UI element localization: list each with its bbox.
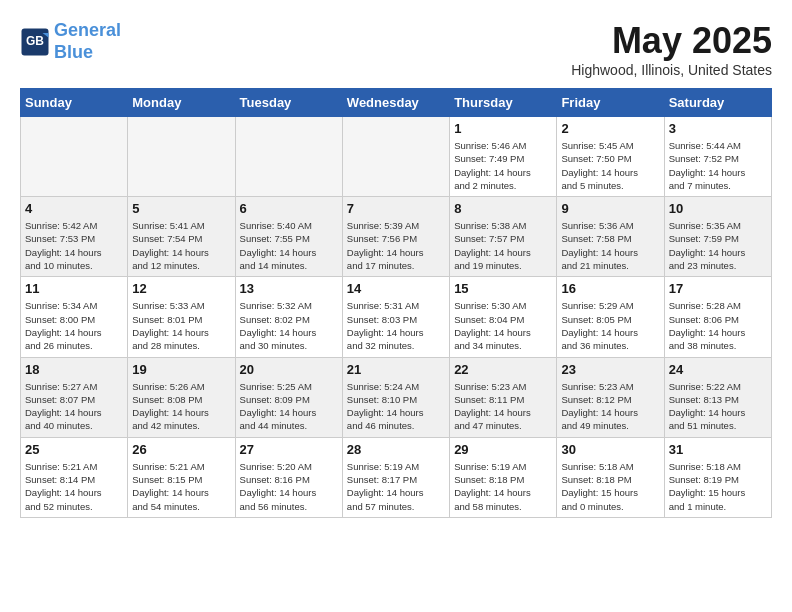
table-cell: 25Sunrise: 5:21 AM Sunset: 8:14 PM Dayli… xyxy=(21,437,128,517)
day-number: 5 xyxy=(132,201,230,216)
day-info: Sunrise: 5:41 AM Sunset: 7:54 PM Dayligh… xyxy=(132,219,230,272)
col-wednesday: Wednesday xyxy=(342,89,449,117)
table-cell: 26Sunrise: 5:21 AM Sunset: 8:15 PM Dayli… xyxy=(128,437,235,517)
day-info: Sunrise: 5:31 AM Sunset: 8:03 PM Dayligh… xyxy=(347,299,445,352)
day-info: Sunrise: 5:25 AM Sunset: 8:09 PM Dayligh… xyxy=(240,380,338,433)
day-info: Sunrise: 5:30 AM Sunset: 8:04 PM Dayligh… xyxy=(454,299,552,352)
table-cell: 6Sunrise: 5:40 AM Sunset: 7:55 PM Daylig… xyxy=(235,197,342,277)
day-info: Sunrise: 5:24 AM Sunset: 8:10 PM Dayligh… xyxy=(347,380,445,433)
table-cell xyxy=(21,117,128,197)
day-info: Sunrise: 5:36 AM Sunset: 7:58 PM Dayligh… xyxy=(561,219,659,272)
day-number: 25 xyxy=(25,442,123,457)
calendar-row: 4Sunrise: 5:42 AM Sunset: 7:53 PM Daylig… xyxy=(21,197,772,277)
day-info: Sunrise: 5:44 AM Sunset: 7:52 PM Dayligh… xyxy=(669,139,767,192)
day-info: Sunrise: 5:33 AM Sunset: 8:01 PM Dayligh… xyxy=(132,299,230,352)
day-number: 16 xyxy=(561,281,659,296)
day-number: 24 xyxy=(669,362,767,377)
day-info: Sunrise: 5:19 AM Sunset: 8:18 PM Dayligh… xyxy=(454,460,552,513)
day-info: Sunrise: 5:23 AM Sunset: 8:12 PM Dayligh… xyxy=(561,380,659,433)
day-number: 13 xyxy=(240,281,338,296)
day-number: 2 xyxy=(561,121,659,136)
table-cell: 10Sunrise: 5:35 AM Sunset: 7:59 PM Dayli… xyxy=(664,197,771,277)
day-number: 17 xyxy=(669,281,767,296)
day-info: Sunrise: 5:45 AM Sunset: 7:50 PM Dayligh… xyxy=(561,139,659,192)
table-cell: 5Sunrise: 5:41 AM Sunset: 7:54 PM Daylig… xyxy=(128,197,235,277)
day-number: 10 xyxy=(669,201,767,216)
col-tuesday: Tuesday xyxy=(235,89,342,117)
title-area: May 2025 Highwood, Illinois, United Stat… xyxy=(571,20,772,78)
col-friday: Friday xyxy=(557,89,664,117)
table-cell xyxy=(235,117,342,197)
calendar-table: Sunday Monday Tuesday Wednesday Thursday… xyxy=(20,88,772,518)
col-monday: Monday xyxy=(128,89,235,117)
day-number: 11 xyxy=(25,281,123,296)
table-cell: 12Sunrise: 5:33 AM Sunset: 8:01 PM Dayli… xyxy=(128,277,235,357)
logo-line2: Blue xyxy=(54,42,93,62)
table-cell: 7Sunrise: 5:39 AM Sunset: 7:56 PM Daylig… xyxy=(342,197,449,277)
table-cell: 16Sunrise: 5:29 AM Sunset: 8:05 PM Dayli… xyxy=(557,277,664,357)
day-info: Sunrise: 5:39 AM Sunset: 7:56 PM Dayligh… xyxy=(347,219,445,272)
calendar-row: 11Sunrise: 5:34 AM Sunset: 8:00 PM Dayli… xyxy=(21,277,772,357)
day-number: 29 xyxy=(454,442,552,457)
day-number: 8 xyxy=(454,201,552,216)
table-cell: 27Sunrise: 5:20 AM Sunset: 8:16 PM Dayli… xyxy=(235,437,342,517)
day-info: Sunrise: 5:29 AM Sunset: 8:05 PM Dayligh… xyxy=(561,299,659,352)
day-info: Sunrise: 5:42 AM Sunset: 7:53 PM Dayligh… xyxy=(25,219,123,272)
table-cell: 9Sunrise: 5:36 AM Sunset: 7:58 PM Daylig… xyxy=(557,197,664,277)
table-cell: 17Sunrise: 5:28 AM Sunset: 8:06 PM Dayli… xyxy=(664,277,771,357)
day-number: 3 xyxy=(669,121,767,136)
table-cell: 22Sunrise: 5:23 AM Sunset: 8:11 PM Dayli… xyxy=(450,357,557,437)
day-number: 28 xyxy=(347,442,445,457)
day-number: 21 xyxy=(347,362,445,377)
table-cell xyxy=(128,117,235,197)
day-info: Sunrise: 5:32 AM Sunset: 8:02 PM Dayligh… xyxy=(240,299,338,352)
day-number: 18 xyxy=(25,362,123,377)
day-info: Sunrise: 5:46 AM Sunset: 7:49 PM Dayligh… xyxy=(454,139,552,192)
table-cell: 20Sunrise: 5:25 AM Sunset: 8:09 PM Dayli… xyxy=(235,357,342,437)
day-info: Sunrise: 5:27 AM Sunset: 8:07 PM Dayligh… xyxy=(25,380,123,433)
day-number: 27 xyxy=(240,442,338,457)
day-info: Sunrise: 5:40 AM Sunset: 7:55 PM Dayligh… xyxy=(240,219,338,272)
table-cell: 2Sunrise: 5:45 AM Sunset: 7:50 PM Daylig… xyxy=(557,117,664,197)
col-saturday: Saturday xyxy=(664,89,771,117)
day-info: Sunrise: 5:22 AM Sunset: 8:13 PM Dayligh… xyxy=(669,380,767,433)
table-cell: 13Sunrise: 5:32 AM Sunset: 8:02 PM Dayli… xyxy=(235,277,342,357)
day-number: 30 xyxy=(561,442,659,457)
day-number: 12 xyxy=(132,281,230,296)
table-cell: 31Sunrise: 5:18 AM Sunset: 8:19 PM Dayli… xyxy=(664,437,771,517)
table-cell xyxy=(342,117,449,197)
table-cell: 23Sunrise: 5:23 AM Sunset: 8:12 PM Dayli… xyxy=(557,357,664,437)
day-number: 9 xyxy=(561,201,659,216)
month-title: May 2025 xyxy=(571,20,772,62)
day-info: Sunrise: 5:18 AM Sunset: 8:19 PM Dayligh… xyxy=(669,460,767,513)
logo-text: General Blue xyxy=(54,20,121,63)
header: GB General Blue May 2025 Highwood, Illin… xyxy=(20,20,772,78)
day-number: 14 xyxy=(347,281,445,296)
day-number: 4 xyxy=(25,201,123,216)
day-info: Sunrise: 5:19 AM Sunset: 8:17 PM Dayligh… xyxy=(347,460,445,513)
calendar-row: 1Sunrise: 5:46 AM Sunset: 7:49 PM Daylig… xyxy=(21,117,772,197)
table-cell: 15Sunrise: 5:30 AM Sunset: 8:04 PM Dayli… xyxy=(450,277,557,357)
day-info: Sunrise: 5:23 AM Sunset: 8:11 PM Dayligh… xyxy=(454,380,552,433)
table-cell: 21Sunrise: 5:24 AM Sunset: 8:10 PM Dayli… xyxy=(342,357,449,437)
table-cell: 18Sunrise: 5:27 AM Sunset: 8:07 PM Dayli… xyxy=(21,357,128,437)
day-info: Sunrise: 5:38 AM Sunset: 7:57 PM Dayligh… xyxy=(454,219,552,272)
location: Highwood, Illinois, United States xyxy=(571,62,772,78)
calendar-row: 18Sunrise: 5:27 AM Sunset: 8:07 PM Dayli… xyxy=(21,357,772,437)
day-number: 19 xyxy=(132,362,230,377)
day-number: 6 xyxy=(240,201,338,216)
svg-text:GB: GB xyxy=(26,34,44,48)
table-cell: 24Sunrise: 5:22 AM Sunset: 8:13 PM Dayli… xyxy=(664,357,771,437)
day-info: Sunrise: 5:26 AM Sunset: 8:08 PM Dayligh… xyxy=(132,380,230,433)
table-cell: 4Sunrise: 5:42 AM Sunset: 7:53 PM Daylig… xyxy=(21,197,128,277)
col-sunday: Sunday xyxy=(21,89,128,117)
day-info: Sunrise: 5:34 AM Sunset: 8:00 PM Dayligh… xyxy=(25,299,123,352)
table-cell: 14Sunrise: 5:31 AM Sunset: 8:03 PM Dayli… xyxy=(342,277,449,357)
day-number: 20 xyxy=(240,362,338,377)
day-info: Sunrise: 5:28 AM Sunset: 8:06 PM Dayligh… xyxy=(669,299,767,352)
day-info: Sunrise: 5:21 AM Sunset: 8:15 PM Dayligh… xyxy=(132,460,230,513)
col-thursday: Thursday xyxy=(450,89,557,117)
table-cell: 1Sunrise: 5:46 AM Sunset: 7:49 PM Daylig… xyxy=(450,117,557,197)
table-cell: 30Sunrise: 5:18 AM Sunset: 8:18 PM Dayli… xyxy=(557,437,664,517)
table-cell: 11Sunrise: 5:34 AM Sunset: 8:00 PM Dayli… xyxy=(21,277,128,357)
